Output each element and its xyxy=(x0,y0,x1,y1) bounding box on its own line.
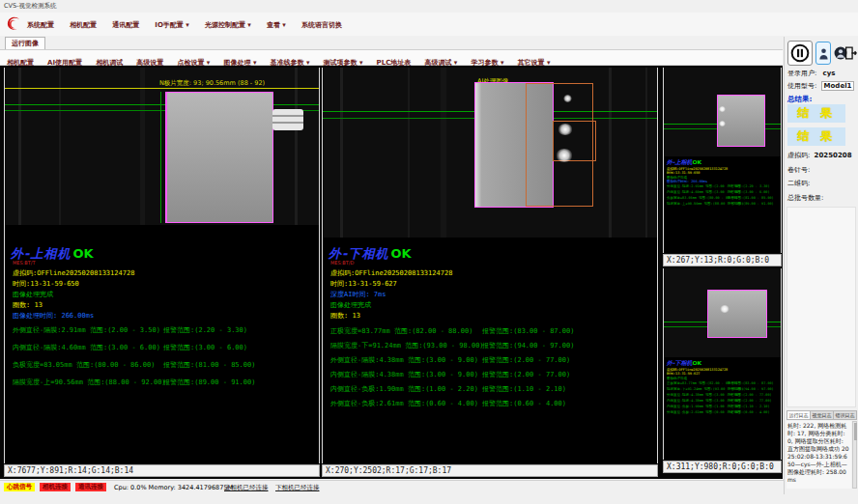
upper-camera-name: 外-上相机 xyxy=(11,246,71,261)
menu-item-io-config[interactable]: IO手配置 ▾ xyxy=(155,14,189,37)
log-scrollbar-thumb[interactable] xyxy=(854,423,857,440)
alarm-range: 报警范围:(2.00 - 77.00) xyxy=(482,370,570,379)
app-logo-icon xyxy=(4,14,23,34)
log-text: 耗时: 222, 网络检测耗时: 17, 网络分类耗时: 0, 网络提取分区耗时… xyxy=(786,421,851,489)
measurement-row: 内侧直径-隔膜:4.60mm 范围:(3.00 - 6.00) 报警范围:(3.… xyxy=(5,343,319,352)
virtual-code-value: 20250208 xyxy=(815,152,852,159)
measurement-row: 内侧直径-隔膜:4.38mm 范围:(3.00 - 9.00) 报警范围:(2.… xyxy=(323,370,657,379)
menu-item-view[interactable]: 查看 ▾ xyxy=(267,14,286,37)
menu-item-comm-config[interactable]: 通讯配置 xyxy=(112,14,139,37)
measurement-value: 正极宽度=83.77mm 范围:(82.00 - 88.00) xyxy=(330,326,472,336)
model-label: 使用型号: xyxy=(787,82,816,90)
menu-item-system-config[interactable]: 系统配置 xyxy=(27,14,54,37)
result-display-lower: 结 果 xyxy=(787,127,845,146)
log-tab-run[interactable]: 运行日志 xyxy=(786,410,810,420)
measurement-row: 隔膜宽度-上=90.56mm 范围:(88.00 - 92.00) 报警范围:(… xyxy=(5,378,319,387)
measurement-row: 负极宽度=83.05mm 范围:(80.00 - 86.00) 报警范围:(81… xyxy=(5,360,319,370)
lower-camera-ok-status: OK xyxy=(390,246,411,261)
model-row: 使用型号: Model1 xyxy=(787,81,854,91)
user-login-button[interactable] xyxy=(815,42,831,65)
log-tab-error[interactable]: 错误日志 xyxy=(833,410,857,420)
upper-camera-ok-status: OK xyxy=(72,246,93,261)
thumbnail-result-text-top: 外-上相机OK 虚拟码:OFFline20250208133124728 时间:… xyxy=(664,158,781,253)
lower-camera-image[interactable]: AI处理图像 xyxy=(323,68,657,238)
upper-mes-label: MES:BT/T xyxy=(13,260,36,266)
lower-time: 时间:13-31-59-627 xyxy=(330,279,397,289)
lower-camera-panel: AI处理图像 外-下相机OK MES:BT/D 虚拟码:OFFline20250… xyxy=(322,68,658,463)
alarm-range: 报警范围:(0.60 - 4.00) xyxy=(482,399,566,408)
model-value[interactable]: Model1 xyxy=(821,81,855,91)
virtual-code-label: 虚拟码: xyxy=(787,152,810,159)
alarm-range: 报警范围:(94.00 - 97.00) xyxy=(482,341,574,350)
alarm-range: 报警范围:(83.00 - 87.00) xyxy=(482,326,574,336)
upper-camera-pixel-readout: X:7677;Y:891;R:14;G:14;B:14 xyxy=(4,464,320,477)
upper-process-time: 图像处理时间: 266.00ms xyxy=(13,311,94,321)
log-tab-vision[interactable]: 视觉日志 xyxy=(810,410,833,420)
menu-item-camera-config[interactable]: 相机配置 xyxy=(70,14,97,37)
window-titlebar: CVS-视觉检测系统 xyxy=(0,0,858,13)
measurement-row: 外侧直径-负极:2.61mm 范围:(0.60 - 4.00) 报警范围:(0.… xyxy=(323,399,657,408)
heartbeat-status-badge: 心跳信号 xyxy=(4,483,35,491)
lower-camera-connected-link[interactable]: 下相机已经连接 xyxy=(275,483,320,492)
log-scrollbar[interactable] xyxy=(852,421,857,489)
upper-camera-connected-link[interactable]: 上相机已经连接 xyxy=(224,483,269,492)
login-user-label: 登录用户: xyxy=(787,70,816,77)
measurement-row: 内侧直径-负极:1.90mm 范围:(1.00 - 2.20) 报警范围:(1.… xyxy=(323,384,657,394)
led-glow-2 xyxy=(556,149,573,162)
main-view-area: N极片宽度: 93; 90.56mm (88 - 92) 外-上相机OK MES… xyxy=(0,66,783,479)
upper-camera-image[interactable]: N极片宽度: 93; 90.56mm (88 - 92) xyxy=(5,68,319,225)
window-title: CVS-视觉检测系统 xyxy=(4,2,56,10)
measurement-value: 内侧直径-隔膜:4.38mm 范围:(3.00 - 9.00) xyxy=(330,370,478,379)
mini-measurement-row: 隔膜宽度-上=90.56mm 范围:(88.00 - 92.00)报警范围:(8… xyxy=(664,202,781,208)
measurement-row: 隔膜宽度-下=91.24mm 范围:(93.00 - 98.00) 报警范围:(… xyxy=(323,341,657,350)
measurement-value: 负极宽度=83.05mm 范围:(80.00 - 86.00) xyxy=(13,360,155,370)
thumbnail-top-pixel-readout: X:267;Y:13;R:0;G:0;B:0 xyxy=(663,254,782,266)
user-icon xyxy=(818,46,829,61)
status-bar: 心跳信号 相机连接 通讯连接 Cpu: 0.0% Memory: 3424.41… xyxy=(0,480,784,493)
yellow-reference-line xyxy=(5,88,319,89)
upper-virtual-code: 虚拟码:OFFline20250208133124728 xyxy=(13,268,134,278)
lower-camera-pixel-readout: X:270;Y:2502;R:17;G:17;B:17 xyxy=(322,464,658,477)
led-glow-3 xyxy=(563,95,572,102)
alarm-range: 报警范围:(89.00 - 91.00) xyxy=(163,378,255,387)
exit-button[interactable] xyxy=(844,41,858,66)
thumbnail-image-bottom[interactable] xyxy=(664,268,781,357)
exit-door-icon xyxy=(844,43,858,63)
tab-row: 运行图像 xyxy=(0,36,783,50)
alarm-range: 报警范围:(81.00 - 85.00) xyxy=(163,360,255,370)
tab-connector xyxy=(272,109,303,130)
toolbar: 相机配置 AI使用配置 相机调试 高级设置 点检设置 ▾ 图像处理 ▾ 基准线参… xyxy=(0,50,783,66)
measurement-value: 外侧直径-负极:2.61mm 范围:(0.60 - 4.00) xyxy=(330,399,478,408)
upper-time: 时间:13-31-59-650 xyxy=(13,279,79,289)
tab-run-image[interactable]: 运行图像 xyxy=(5,37,45,49)
measurement-value: 内侧直径-负极:1.90mm 范围:(1.00 - 2.20) xyxy=(330,384,478,394)
lower-virtual-code: 虚拟码:OFFline20250208133124728 xyxy=(330,268,452,278)
thumbnail-panel-top: 外-上相机OK 虚拟码:OFFline20250208133124728 时间:… xyxy=(663,68,782,253)
batch-count-label: 总批号数量: xyxy=(787,193,823,203)
alarm-range: 报警范围:(2.20 - 3.30) xyxy=(163,325,247,335)
pause-button[interactable] xyxy=(787,41,813,66)
lower-ai-time: 深度AI时间: 7ms xyxy=(330,290,386,299)
menu-item-light-config[interactable]: 光源控制配置 ▾ xyxy=(205,14,251,37)
width-measure-label: N极片宽度: 93; 90.56mm (88 - 92) xyxy=(159,79,265,88)
cpu-memory-readout: Cpu: 0.0% Memory: 3424.41796875M xyxy=(114,483,233,492)
led-glow-1 xyxy=(720,305,729,313)
thumbnail-bottom-pixel-readout: X:311;Y:980;R:0;G:0;B:0 xyxy=(663,461,782,473)
led-glow-1 xyxy=(719,106,726,112)
log-tabs: 运行日志 视觉日志 错误日志 xyxy=(786,410,857,420)
result-display-upper: 结 果 xyxy=(787,104,845,123)
menu-item-language-switch[interactable]: 系统语言切换 xyxy=(301,14,342,37)
led-glow-2 xyxy=(719,121,726,126)
right-sidebar: 登录用户: cys 使用型号: Model1 总结果: 结 果 结 果 虚拟码:… xyxy=(784,37,858,494)
menu-items: 系统配置 相机配置 通讯配置 IO手配置 ▾ 光源控制配置 ▾ 查看 ▾ 系统语… xyxy=(27,13,353,37)
thumbnail-result-text-bottom: 外-下相机OK 虚拟码:OFFline20250208133124728 时间:… xyxy=(664,359,781,460)
login-user-row: 登录用户: cys xyxy=(787,69,835,78)
thumbnail-panel-bottom: 外-下相机OK 虚拟码:OFFline20250208133124728 时间:… xyxy=(663,268,782,460)
thumbnail-image-top[interactable] xyxy=(664,68,781,156)
alarm-range: 报警范围:(1.10 - 2.10) xyxy=(482,384,566,394)
menu-bar: 系统配置 相机配置 通讯配置 IO手配置 ▾ 光源控制配置 ▾ 查看 ▾ 系统语… xyxy=(0,13,858,36)
login-user-value: cys xyxy=(823,70,836,77)
upper-loop-count: 圈数: 13 xyxy=(13,300,43,310)
mini-camera-title: 外-上相机OK xyxy=(667,158,781,167)
mini-measurement-row: 外侧直径-负极:2.61mm 范围:(0.60 - 4.00)报警范围:(0.6… xyxy=(664,409,781,415)
